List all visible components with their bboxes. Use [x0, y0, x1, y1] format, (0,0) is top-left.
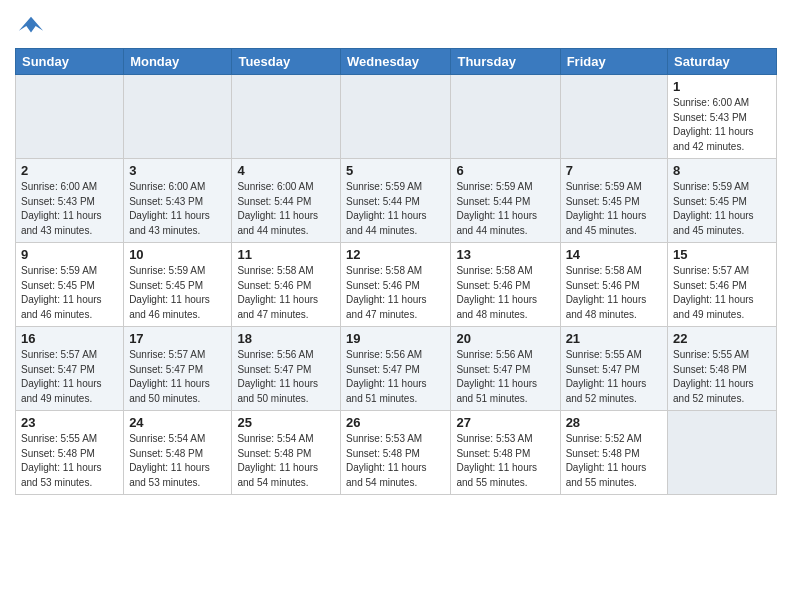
- table-cell: 20Sunrise: 5:56 AM Sunset: 5:47 PM Dayli…: [451, 327, 560, 411]
- day-number: 9: [21, 247, 118, 262]
- table-cell: 6Sunrise: 5:59 AM Sunset: 5:44 PM Daylig…: [451, 159, 560, 243]
- day-number: 25: [237, 415, 335, 430]
- page: Sunday Monday Tuesday Wednesday Thursday…: [0, 0, 792, 505]
- table-cell: 18Sunrise: 5:56 AM Sunset: 5:47 PM Dayli…: [232, 327, 341, 411]
- day-info: Sunrise: 5:59 AM Sunset: 5:44 PM Dayligh…: [346, 180, 445, 238]
- table-cell: 2Sunrise: 6:00 AM Sunset: 5:43 PM Daylig…: [16, 159, 124, 243]
- table-cell: 14Sunrise: 5:58 AM Sunset: 5:46 PM Dayli…: [560, 243, 667, 327]
- day-number: 2: [21, 163, 118, 178]
- table-cell: 15Sunrise: 5:57 AM Sunset: 5:46 PM Dayli…: [668, 243, 777, 327]
- day-number: 24: [129, 415, 226, 430]
- day-info: Sunrise: 6:00 AM Sunset: 5:43 PM Dayligh…: [129, 180, 226, 238]
- day-number: 5: [346, 163, 445, 178]
- logo-bird-icon: [17, 12, 45, 40]
- day-info: Sunrise: 5:58 AM Sunset: 5:46 PM Dayligh…: [346, 264, 445, 322]
- day-info: Sunrise: 5:59 AM Sunset: 5:45 PM Dayligh…: [129, 264, 226, 322]
- day-number: 19: [346, 331, 445, 346]
- day-number: 10: [129, 247, 226, 262]
- day-info: Sunrise: 6:00 AM Sunset: 5:43 PM Dayligh…: [673, 96, 771, 154]
- day-info: Sunrise: 5:57 AM Sunset: 5:47 PM Dayligh…: [21, 348, 118, 406]
- day-number: 21: [566, 331, 662, 346]
- table-cell: 5Sunrise: 5:59 AM Sunset: 5:44 PM Daylig…: [341, 159, 451, 243]
- day-number: 1: [673, 79, 771, 94]
- day-info: Sunrise: 5:57 AM Sunset: 5:46 PM Dayligh…: [673, 264, 771, 322]
- day-number: 16: [21, 331, 118, 346]
- day-info: Sunrise: 6:00 AM Sunset: 5:44 PM Dayligh…: [237, 180, 335, 238]
- day-number: 26: [346, 415, 445, 430]
- table-cell: [16, 75, 124, 159]
- calendar-week-row: 1Sunrise: 6:00 AM Sunset: 5:43 PM Daylig…: [16, 75, 777, 159]
- calendar-week-row: 9Sunrise: 5:59 AM Sunset: 5:45 PM Daylig…: [16, 243, 777, 327]
- day-info: Sunrise: 5:54 AM Sunset: 5:48 PM Dayligh…: [237, 432, 335, 490]
- table-cell: 19Sunrise: 5:56 AM Sunset: 5:47 PM Dayli…: [341, 327, 451, 411]
- col-wednesday: Wednesday: [341, 49, 451, 75]
- day-info: Sunrise: 5:56 AM Sunset: 5:47 PM Dayligh…: [237, 348, 335, 406]
- day-number: 18: [237, 331, 335, 346]
- table-cell: 7Sunrise: 5:59 AM Sunset: 5:45 PM Daylig…: [560, 159, 667, 243]
- day-number: 11: [237, 247, 335, 262]
- day-info: Sunrise: 5:59 AM Sunset: 5:44 PM Dayligh…: [456, 180, 554, 238]
- table-cell: [341, 75, 451, 159]
- table-cell: 13Sunrise: 5:58 AM Sunset: 5:46 PM Dayli…: [451, 243, 560, 327]
- day-number: 28: [566, 415, 662, 430]
- day-number: 15: [673, 247, 771, 262]
- day-info: Sunrise: 5:59 AM Sunset: 5:45 PM Dayligh…: [673, 180, 771, 238]
- table-cell: 10Sunrise: 5:59 AM Sunset: 5:45 PM Dayli…: [124, 243, 232, 327]
- table-cell: 25Sunrise: 5:54 AM Sunset: 5:48 PM Dayli…: [232, 411, 341, 495]
- day-number: 27: [456, 415, 554, 430]
- day-number: 14: [566, 247, 662, 262]
- col-saturday: Saturday: [668, 49, 777, 75]
- day-info: Sunrise: 5:56 AM Sunset: 5:47 PM Dayligh…: [346, 348, 445, 406]
- day-info: Sunrise: 5:53 AM Sunset: 5:48 PM Dayligh…: [456, 432, 554, 490]
- calendar-week-row: 16Sunrise: 5:57 AM Sunset: 5:47 PM Dayli…: [16, 327, 777, 411]
- table-cell: [232, 75, 341, 159]
- logo: [15, 14, 45, 40]
- day-number: 23: [21, 415, 118, 430]
- table-cell: 28Sunrise: 5:52 AM Sunset: 5:48 PM Dayli…: [560, 411, 667, 495]
- col-thursday: Thursday: [451, 49, 560, 75]
- table-cell: 16Sunrise: 5:57 AM Sunset: 5:47 PM Dayli…: [16, 327, 124, 411]
- table-cell: 9Sunrise: 5:59 AM Sunset: 5:45 PM Daylig…: [16, 243, 124, 327]
- day-info: Sunrise: 5:59 AM Sunset: 5:45 PM Dayligh…: [566, 180, 662, 238]
- col-sunday: Sunday: [16, 49, 124, 75]
- table-cell: 8Sunrise: 5:59 AM Sunset: 5:45 PM Daylig…: [668, 159, 777, 243]
- calendar-table: Sunday Monday Tuesday Wednesday Thursday…: [15, 48, 777, 495]
- day-info: Sunrise: 5:56 AM Sunset: 5:47 PM Dayligh…: [456, 348, 554, 406]
- table-cell: 27Sunrise: 5:53 AM Sunset: 5:48 PM Dayli…: [451, 411, 560, 495]
- day-info: Sunrise: 5:55 AM Sunset: 5:48 PM Dayligh…: [673, 348, 771, 406]
- calendar-header-row: Sunday Monday Tuesday Wednesday Thursday…: [16, 49, 777, 75]
- col-friday: Friday: [560, 49, 667, 75]
- table-cell: 3Sunrise: 6:00 AM Sunset: 5:43 PM Daylig…: [124, 159, 232, 243]
- table-cell: 1Sunrise: 6:00 AM Sunset: 5:43 PM Daylig…: [668, 75, 777, 159]
- table-cell: [451, 75, 560, 159]
- table-cell: 11Sunrise: 5:58 AM Sunset: 5:46 PM Dayli…: [232, 243, 341, 327]
- table-cell: 4Sunrise: 6:00 AM Sunset: 5:44 PM Daylig…: [232, 159, 341, 243]
- day-info: Sunrise: 5:58 AM Sunset: 5:46 PM Dayligh…: [237, 264, 335, 322]
- day-info: Sunrise: 5:55 AM Sunset: 5:47 PM Dayligh…: [566, 348, 662, 406]
- day-info: Sunrise: 5:59 AM Sunset: 5:45 PM Dayligh…: [21, 264, 118, 322]
- table-cell: 17Sunrise: 5:57 AM Sunset: 5:47 PM Dayli…: [124, 327, 232, 411]
- day-number: 13: [456, 247, 554, 262]
- day-number: 17: [129, 331, 226, 346]
- col-monday: Monday: [124, 49, 232, 75]
- table-cell: 24Sunrise: 5:54 AM Sunset: 5:48 PM Dayli…: [124, 411, 232, 495]
- table-cell: 23Sunrise: 5:55 AM Sunset: 5:48 PM Dayli…: [16, 411, 124, 495]
- day-info: Sunrise: 5:53 AM Sunset: 5:48 PM Dayligh…: [346, 432, 445, 490]
- day-info: Sunrise: 5:55 AM Sunset: 5:48 PM Dayligh…: [21, 432, 118, 490]
- day-info: Sunrise: 6:00 AM Sunset: 5:43 PM Dayligh…: [21, 180, 118, 238]
- day-number: 3: [129, 163, 226, 178]
- table-cell: [124, 75, 232, 159]
- table-cell: [668, 411, 777, 495]
- day-number: 4: [237, 163, 335, 178]
- day-info: Sunrise: 5:58 AM Sunset: 5:46 PM Dayligh…: [566, 264, 662, 322]
- day-info: Sunrise: 5:58 AM Sunset: 5:46 PM Dayligh…: [456, 264, 554, 322]
- svg-marker-0: [19, 17, 43, 33]
- day-number: 20: [456, 331, 554, 346]
- day-number: 8: [673, 163, 771, 178]
- header: [15, 10, 777, 40]
- table-cell: 22Sunrise: 5:55 AM Sunset: 5:48 PM Dayli…: [668, 327, 777, 411]
- table-cell: 21Sunrise: 5:55 AM Sunset: 5:47 PM Dayli…: [560, 327, 667, 411]
- calendar-week-row: 2Sunrise: 6:00 AM Sunset: 5:43 PM Daylig…: [16, 159, 777, 243]
- day-number: 12: [346, 247, 445, 262]
- day-number: 7: [566, 163, 662, 178]
